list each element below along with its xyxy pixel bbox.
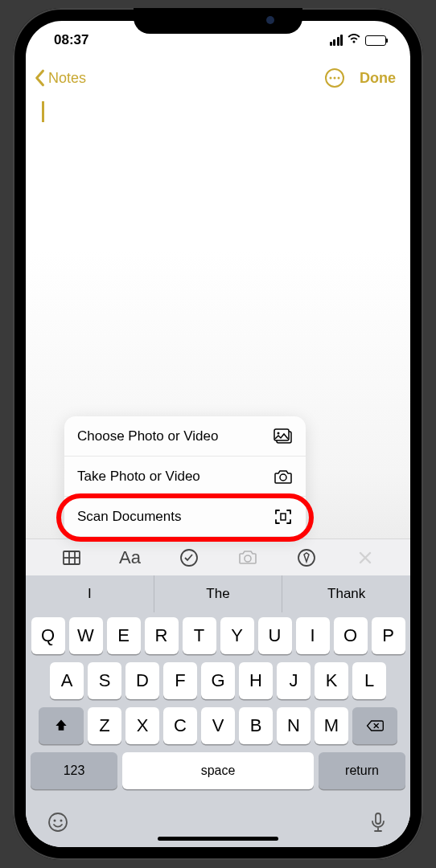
wifi-icon: [347, 32, 361, 48]
cellular-signal-icon: [330, 35, 343, 46]
svg-point-1: [330, 77, 332, 80]
keyboard-bottom-row: [26, 800, 410, 839]
back-label: Notes: [48, 70, 86, 87]
key-m[interactable]: M: [315, 707, 348, 744]
camera-icon: [274, 469, 293, 485]
prediction-item[interactable]: I: [26, 575, 154, 612]
table-button[interactable]: [42, 547, 101, 568]
svg-rect-8: [281, 514, 286, 520]
key-d[interactable]: D: [125, 662, 159, 699]
camera-attach-button[interactable]: [218, 547, 277, 568]
nav-bar: Notes Done: [26, 59, 410, 96]
close-toolbar-button[interactable]: [335, 547, 394, 568]
key-l[interactable]: L: [352, 662, 386, 699]
table-icon: [61, 547, 82, 568]
key-p[interactable]: P: [372, 617, 405, 654]
backspace-icon: [365, 719, 385, 733]
checklist-button[interactable]: [159, 547, 218, 568]
key-g[interactable]: G: [201, 662, 235, 699]
key-u[interactable]: U: [258, 617, 292, 654]
key-n[interactable]: N: [277, 707, 311, 744]
attachment-menu: Choose Photo or Video Take Photo or Vide…: [64, 416, 306, 537]
backspace-key[interactable]: [352, 707, 397, 744]
text-format-button[interactable]: Aa: [101, 547, 159, 568]
prediction-item[interactable]: The: [154, 575, 283, 612]
back-button[interactable]: Notes: [34, 69, 86, 87]
menu-label: Take Photo or Video: [77, 469, 200, 485]
key-h[interactable]: H: [239, 662, 273, 699]
scan-document-icon: [274, 509, 293, 525]
key-t[interactable]: T: [183, 617, 216, 654]
svg-point-18: [60, 820, 63, 822]
key-w[interactable]: W: [69, 617, 103, 654]
menu-item-scan-documents[interactable]: Scan Documents: [64, 497, 306, 537]
key-z[interactable]: Z: [88, 707, 121, 744]
keyboard-row-2: ASDFGHJKL: [29, 662, 407, 699]
more-button[interactable]: [324, 68, 345, 88]
keyboard-row-1: QWERTYUIOP: [29, 617, 407, 654]
svg-rect-19: [376, 813, 380, 824]
svg-point-7: [280, 474, 286, 481]
svg-point-3: [338, 77, 340, 80]
phone-frame: 08:37 Notes Done: [13, 8, 423, 860]
key-f[interactable]: F: [163, 662, 197, 699]
key-b[interactable]: B: [239, 707, 273, 744]
svg-point-14: [245, 555, 251, 562]
shift-key[interactable]: [39, 707, 84, 744]
menu-label: Choose Photo or Video: [77, 428, 218, 444]
photo-library-icon: [274, 428, 293, 444]
dictation-button[interactable]: [367, 811, 389, 837]
notch: [134, 8, 302, 34]
key-c[interactable]: C: [163, 707, 197, 744]
menu-item-choose-photo[interactable]: Choose Photo or Video: [64, 416, 306, 457]
text-cursor: [42, 101, 44, 122]
keyboard-row-4: 123 space return: [29, 752, 407, 789]
key-v[interactable]: V: [201, 707, 235, 744]
markup-icon: [296, 547, 317, 568]
svg-point-2: [334, 77, 336, 80]
camera-icon: [237, 547, 258, 568]
key-k[interactable]: K: [315, 662, 348, 699]
ellipsis-circle-icon: [324, 68, 345, 88]
space-key[interactable]: space: [122, 752, 314, 789]
key-a[interactable]: A: [50, 662, 84, 699]
prediction-bar: I The Thank: [26, 575, 410, 612]
check-circle-icon: [179, 547, 199, 568]
emoji-icon: [47, 811, 69, 833]
text-format-label: Aa: [119, 547, 141, 568]
svg-point-6: [278, 432, 280, 434]
format-toolbar: Aa: [26, 538, 410, 575]
key-q[interactable]: Q: [31, 617, 65, 654]
keyboard: I The Thank QWERTYUIOP ASDFGHJKL ZXCVBNM…: [26, 575, 410, 847]
svg-rect-5: [274, 429, 289, 440]
key-y[interactable]: Y: [220, 617, 254, 654]
key-e[interactable]: E: [107, 617, 141, 654]
svg-point-17: [54, 820, 56, 822]
key-o[interactable]: O: [334, 617, 368, 654]
battery-icon: [365, 35, 386, 46]
return-key[interactable]: return: [319, 752, 405, 789]
home-indicator[interactable]: [158, 837, 278, 841]
key-r[interactable]: R: [145, 617, 179, 654]
prediction-item[interactable]: Thank: [282, 575, 410, 612]
keyboard-row-3: ZXCVBNM: [29, 707, 407, 744]
chevron-left-icon: [34, 69, 45, 87]
markup-button[interactable]: [277, 547, 335, 568]
done-button[interactable]: Done: [360, 70, 396, 87]
menu-label: Scan Documents: [77, 509, 181, 525]
shift-icon: [53, 718, 69, 734]
emoji-button[interactable]: [47, 811, 69, 837]
menu-item-take-photo[interactable]: Take Photo or Video: [64, 457, 306, 497]
key-s[interactable]: S: [88, 662, 121, 699]
numbers-key[interactable]: 123: [31, 752, 117, 789]
key-j[interactable]: J: [277, 662, 311, 699]
key-x[interactable]: X: [125, 707, 159, 744]
microphone-icon: [367, 811, 389, 833]
close-icon: [355, 547, 376, 568]
note-content[interactable]: Choose Photo or Video Take Photo or Vide…: [26, 96, 410, 538]
key-i[interactable]: I: [296, 617, 330, 654]
status-time: 08:37: [54, 32, 88, 48]
svg-point-16: [49, 813, 67, 831]
